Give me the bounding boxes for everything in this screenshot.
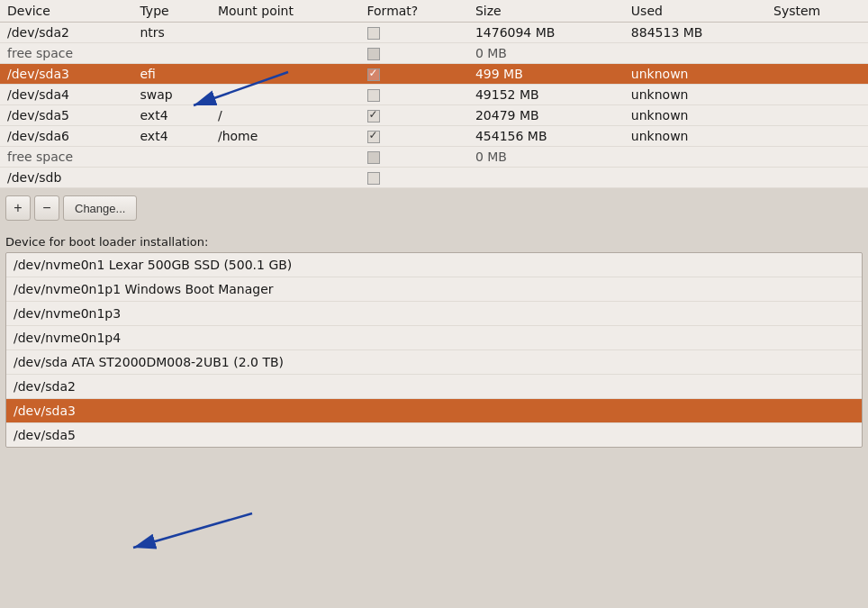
- partition-mount: [211, 43, 360, 64]
- boot-device-row[interactable]: /dev/sda5: [6, 423, 862, 447]
- col-format: Format?: [360, 0, 468, 23]
- partition-used: unknown: [624, 85, 766, 105]
- partition-device: /dev/sda6: [0, 126, 133, 147]
- partition-mount: [211, 168, 360, 188]
- boot-device-row[interactable]: /dev/nvme0n1p4: [6, 326, 862, 350]
- boot-loader-label: Device for boot loader installation:: [0, 228, 868, 252]
- partition-size: 0 MB: [468, 43, 624, 64]
- partition-format[interactable]: [360, 147, 468, 168]
- partition-size: 49152 MB: [468, 85, 624, 105]
- partition-used: [624, 168, 766, 188]
- partition-system: [766, 105, 868, 126]
- partition-format[interactable]: [360, 23, 468, 43]
- col-used: Used: [624, 0, 766, 23]
- col-device: Device: [0, 0, 133, 23]
- partition-type: [133, 168, 211, 188]
- svg-line-3: [133, 513, 252, 548]
- partition-size: 0 MB: [468, 147, 624, 168]
- partition-size: [468, 168, 624, 188]
- partition-toolbar: + − Change...: [0, 188, 868, 228]
- boot-device-row[interactable]: /dev/sda3: [6, 399, 862, 423]
- partition-mount: /: [211, 105, 360, 126]
- partition-row[interactable]: /dev/sda6ext4/home✓454156 MBunknown: [0, 126, 868, 147]
- boot-device-row[interactable]: /dev/nvme0n1p1 Windows Boot Manager: [6, 277, 862, 302]
- col-type: Type: [133, 0, 211, 23]
- partition-system: [766, 23, 868, 43]
- partition-row[interactable]: free space0 MB: [0, 147, 868, 168]
- partition-device: /dev/sda4: [0, 85, 133, 105]
- partition-format[interactable]: ✓: [360, 126, 468, 147]
- partition-format[interactable]: ✓: [360, 64, 468, 85]
- add-button[interactable]: +: [5, 195, 31, 221]
- boot-device-row[interactable]: /dev/sda2: [6, 375, 862, 399]
- partition-size: 454156 MB: [468, 126, 624, 147]
- partition-device: free space: [0, 43, 133, 64]
- partition-system: [766, 64, 868, 85]
- boot-device-dropdown[interactable]: /dev/nvme0n1 Lexar 500GB SSD (500.1 GB)/…: [5, 252, 863, 448]
- partition-size: 20479 MB: [468, 105, 624, 126]
- partition-row[interactable]: free space0 MB: [0, 43, 868, 64]
- partition-device: free space: [0, 147, 133, 168]
- boot-device-row[interactable]: /dev/nvme0n1 Lexar 500GB SSD (500.1 GB): [6, 253, 862, 277]
- partition-type: [133, 147, 211, 168]
- partition-row[interactable]: /dev/sda4swap49152 MBunknown: [0, 85, 868, 105]
- partition-row[interactable]: /dev/sda5ext4/✓20479 MBunknown: [0, 105, 868, 126]
- partition-system: [766, 147, 868, 168]
- col-system: System: [766, 0, 868, 23]
- partition-used: [624, 43, 766, 64]
- partition-table: Device Type Mount point Format? Size Use…: [0, 0, 868, 188]
- partition-used: unknown: [624, 126, 766, 147]
- partition-type: [133, 43, 211, 64]
- partition-used: unknown: [624, 105, 766, 126]
- partition-mount: /home: [211, 126, 360, 147]
- boot-device-row[interactable]: /dev/sda ATA ST2000DM008-2UB1 (2.0 TB): [6, 350, 862, 375]
- partition-mount: [211, 85, 360, 105]
- col-size: Size: [468, 0, 624, 23]
- partition-format[interactable]: [360, 168, 468, 188]
- partition-mount: [211, 147, 360, 168]
- partition-type: ntrs: [133, 23, 211, 43]
- partition-format[interactable]: ✓: [360, 105, 468, 126]
- partition-size: 1476094 MB: [468, 23, 624, 43]
- partition-row[interactable]: /dev/sda3efi✓499 MBunknown: [0, 64, 868, 85]
- partition-format[interactable]: [360, 85, 468, 105]
- col-mount: Mount point: [211, 0, 360, 23]
- partition-size: 499 MB: [468, 64, 624, 85]
- partition-system: [766, 85, 868, 105]
- partition-mount: [211, 64, 360, 85]
- boot-device-row[interactable]: /dev/nvme0n1p3: [6, 302, 862, 326]
- partition-system: [766, 126, 868, 147]
- partition-type: efi: [133, 64, 211, 85]
- remove-button[interactable]: −: [34, 195, 59, 221]
- partition-used: 884513 MB: [624, 23, 766, 43]
- partition-mount: [211, 23, 360, 43]
- partition-row[interactable]: /dev/sdb: [0, 168, 868, 188]
- partition-device: /dev/sda5: [0, 105, 133, 126]
- partition-used: [624, 147, 766, 168]
- partition-system: [766, 168, 868, 188]
- partition-row[interactable]: /dev/sda2ntrs1476094 MB884513 MB: [0, 23, 868, 43]
- partition-system: [766, 43, 868, 64]
- partition-used: unknown: [624, 64, 766, 85]
- partition-format[interactable]: [360, 43, 468, 64]
- change-button[interactable]: Change...: [63, 195, 137, 221]
- partition-type: swap: [133, 85, 211, 105]
- partition-type: ext4: [133, 105, 211, 126]
- partition-device: /dev/sdb: [0, 168, 133, 188]
- partition-type: ext4: [133, 126, 211, 147]
- partition-device: /dev/sda3: [0, 64, 133, 85]
- partition-device: /dev/sda2: [0, 23, 133, 43]
